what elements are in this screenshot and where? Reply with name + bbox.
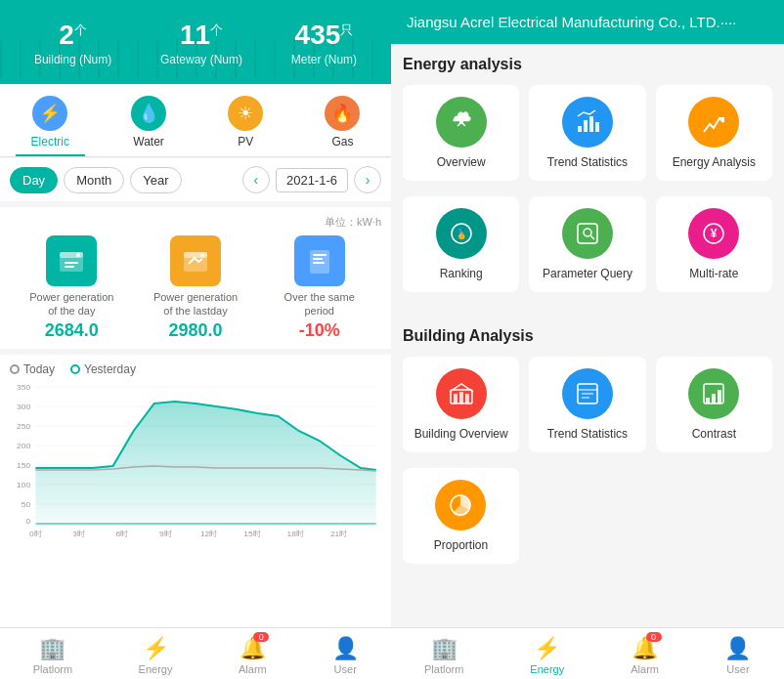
day-button[interactable]: Day — [10, 167, 58, 193]
menu-proportion[interactable]: Proportion — [403, 468, 519, 564]
building-row-2: Proportion — [403, 468, 772, 564]
building-row-1: Building Overview Trend Statistics — [403, 357, 772, 452]
gateway-stat: 11个 Gateway (Num) — [160, 20, 242, 66]
date-nav: ‹ 2021-1-6 › — [242, 166, 381, 193]
svg-rect-10 — [313, 258, 323, 260]
right-content: Energy analysis Overview — [391, 44, 784, 627]
power-lastday-card: Power generationof the lastday 2980.0 — [134, 235, 258, 341]
gateway-number: 11个 — [160, 20, 242, 51]
left-header: 2个 Building (Num) 11个 Gateway (Num) 435只… — [0, 0, 391, 84]
menu-building-overview[interactable]: Building Overview — [403, 357, 519, 452]
tab-electric[interactable]: ⚡ Electric — [16, 92, 85, 156]
next-date-button[interactable]: › — [354, 166, 381, 193]
nav-energy-right[interactable]: ⚡ Energy — [530, 636, 564, 675]
energy-label-left: Energy — [139, 663, 173, 675]
svg-rect-11 — [313, 262, 325, 264]
power-period-icon — [294, 235, 345, 286]
power-lastday-label: Power generationof the lastday — [134, 290, 258, 318]
power-today-value: 2684.0 — [10, 320, 134, 341]
svg-text:12时: 12时 — [200, 530, 218, 538]
svg-text:250: 250 — [17, 422, 31, 431]
nav-alarm-right[interactable]: 🔔 0 Alarm — [631, 636, 659, 675]
building-section-title: Building Analysis — [403, 327, 772, 345]
platform-label-left: Platlorm — [33, 663, 72, 675]
right-panel: Jiangsu Acrel Electrical Manufacturing C… — [391, 0, 784, 679]
menu-multi-rate[interactable]: ¥ Multi-rate — [656, 196, 772, 292]
prev-date-button[interactable]: ‹ — [242, 166, 270, 193]
electric-icon: ⚡ — [32, 96, 67, 131]
menu-trend-stats2[interactable]: Trend Statistics — [529, 357, 645, 452]
alarm-label-left: Alarm — [239, 663, 267, 675]
contrast-label: Contrast — [692, 427, 736, 441]
month-button[interactable]: Month — [64, 167, 124, 193]
power-lastday-icon — [170, 235, 221, 286]
power-period-card: Over the sameperiod -10% — [257, 235, 381, 341]
power-cards: Power generationof the day 2684.0 Power … — [10, 235, 381, 341]
pv-icon: ☀ — [228, 96, 263, 131]
user-label-right: User — [726, 663, 749, 675]
nav-energy-left[interactable]: ⚡ Energy — [139, 636, 173, 675]
parameter-query-icon — [562, 208, 613, 259]
alarm-icon-left: 🔔 0 — [240, 636, 265, 661]
water-icon: 💧 — [131, 96, 166, 131]
menu-overview[interactable]: Overview — [403, 85, 519, 181]
trend-stats2-icon — [562, 368, 613, 419]
contrast-icon — [688, 368, 739, 419]
menu-parameter-query[interactable]: Parameter Query — [529, 196, 645, 292]
energy-section-title: Energy analysis — [403, 56, 772, 73]
nav-platform-left[interactable]: 🏢 Platlorm — [33, 636, 72, 675]
category-tabs: ⚡ Electric 💧 Water ☀ PV 🔥 Gas — [0, 84, 391, 157]
svg-rect-3 — [65, 262, 78, 264]
svg-text:150: 150 — [17, 461, 31, 470]
electric-label: Electric — [31, 135, 69, 149]
nav-user-right[interactable]: 👤 User — [725, 636, 751, 675]
section-divider — [391, 308, 784, 316]
svg-text:21时: 21时 — [330, 530, 348, 538]
stats-row: 2个 Building (Num) 11个 Gateway (Num) 435只… — [10, 20, 381, 66]
menu-ranking[interactable]: 🏅 Ranking — [403, 196, 519, 292]
gas-label: Gas — [331, 135, 353, 149]
energy-icon-left: ⚡ — [143, 636, 168, 661]
building-overview-icon — [436, 368, 487, 419]
user-icon-left: 👤 — [332, 636, 358, 661]
nav-alarm-left[interactable]: 🔔 0 Alarm — [239, 636, 267, 675]
year-button[interactable]: Year — [130, 167, 181, 193]
building-overview-label: Building Overview — [414, 427, 508, 441]
building-label: Building (Num) — [34, 53, 111, 66]
tab-gas[interactable]: 🔥 Gas — [309, 92, 375, 156]
energy-analysis-label: Energy Analysis — [673, 155, 756, 169]
tab-water[interactable]: 💧 Water — [115, 92, 182, 156]
menu-energy-analysis[interactable]: Energy Analysis — [656, 85, 772, 181]
trend-stats-icon — [562, 97, 613, 148]
trend-stats2-label: Trend Statistics — [547, 427, 628, 441]
nav-user-left[interactable]: 👤 User — [332, 636, 358, 675]
right-bottom-nav: 🏢 Platlorm ⚡ Energy 🔔 0 Alarm 👤 User — [391, 627, 784, 679]
user-icon-right: 👤 — [725, 636, 751, 661]
unit-label: 单位：kW·h — [10, 215, 381, 230]
power-stats: 单位：kW·h Power generationof the day 2684.… — [0, 207, 391, 349]
svg-text:6时: 6时 — [116, 530, 129, 538]
menu-trend-stats[interactable]: Trend Statistics — [529, 85, 645, 181]
svg-rect-58 — [706, 398, 710, 403]
platform-icon-left: 🏢 — [40, 636, 65, 661]
svg-text:9时: 9时 — [159, 530, 172, 538]
platform-icon-right: 🏢 — [431, 636, 457, 661]
alarm-badge-right: 0 — [646, 632, 662, 642]
svg-point-7 — [200, 253, 204, 257]
ranking-icon: 🏅 — [436, 208, 487, 259]
svg-line-46 — [590, 235, 594, 239]
alarm-label-right: Alarm — [631, 663, 659, 675]
svg-text:300: 300 — [17, 403, 31, 411]
nav-platform-right[interactable]: 🏢 Platlorm — [424, 636, 463, 675]
multi-rate-label: Multi-rate — [689, 267, 738, 280]
yesterday-label: Yesterday — [84, 362, 136, 376]
energy-analysis-icon — [688, 97, 739, 148]
svg-rect-51 — [459, 392, 463, 403]
menu-contrast[interactable]: Contrast — [656, 357, 772, 452]
proportion-label: Proportion — [434, 538, 488, 552]
svg-rect-50 — [454, 394, 457, 403]
svg-rect-40 — [589, 116, 593, 132]
tab-pv[interactable]: ☀ PV — [212, 92, 279, 156]
energy-row-1: Overview Trend Statistics — [403, 85, 772, 181]
left-bottom-nav: 🏢 Platlorm ⚡ Energy 🔔 0 Alarm 👤 User — [0, 627, 391, 679]
